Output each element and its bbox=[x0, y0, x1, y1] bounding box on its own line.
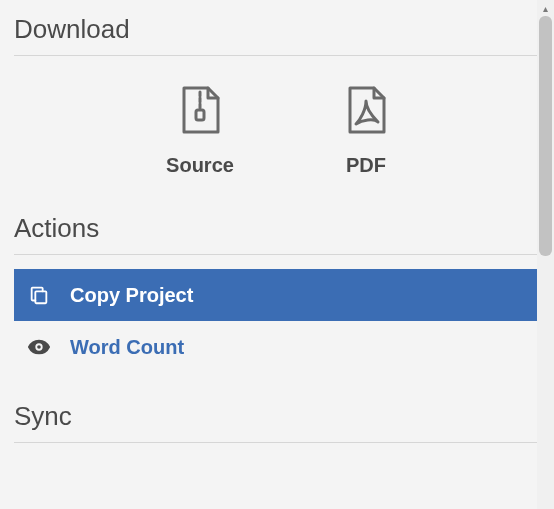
zip-file-icon bbox=[178, 86, 222, 140]
scrollbar[interactable]: ▴ bbox=[537, 0, 554, 509]
word-count-button[interactable]: Word Count bbox=[14, 321, 540, 373]
download-row: Source PDF bbox=[14, 56, 540, 205]
scroll-up-icon[interactable]: ▴ bbox=[537, 0, 554, 16]
sync-heading: Sync bbox=[14, 393, 540, 442]
divider bbox=[14, 254, 540, 255]
divider bbox=[14, 442, 540, 443]
download-source-button[interactable]: Source bbox=[166, 86, 234, 177]
eye-icon bbox=[28, 339, 54, 355]
download-pdf-button[interactable]: PDF bbox=[344, 86, 388, 177]
actions-list: Copy Project Word Count bbox=[14, 269, 540, 373]
scrollbar-thumb[interactable] bbox=[539, 16, 552, 256]
copy-icon bbox=[28, 284, 54, 306]
svg-point-6 bbox=[37, 345, 41, 349]
action-label: Word Count bbox=[70, 336, 184, 359]
actions-heading: Actions bbox=[14, 205, 540, 254]
download-pdf-label: PDF bbox=[346, 154, 386, 177]
pdf-file-icon bbox=[344, 86, 388, 140]
action-label: Copy Project bbox=[70, 284, 193, 307]
download-source-label: Source bbox=[166, 154, 234, 177]
copy-project-button[interactable]: Copy Project bbox=[14, 269, 540, 321]
svg-rect-3 bbox=[196, 110, 204, 120]
svg-rect-4 bbox=[35, 291, 46, 303]
settings-panel: Download Source bbox=[0, 0, 554, 443]
download-heading: Download bbox=[14, 6, 540, 55]
